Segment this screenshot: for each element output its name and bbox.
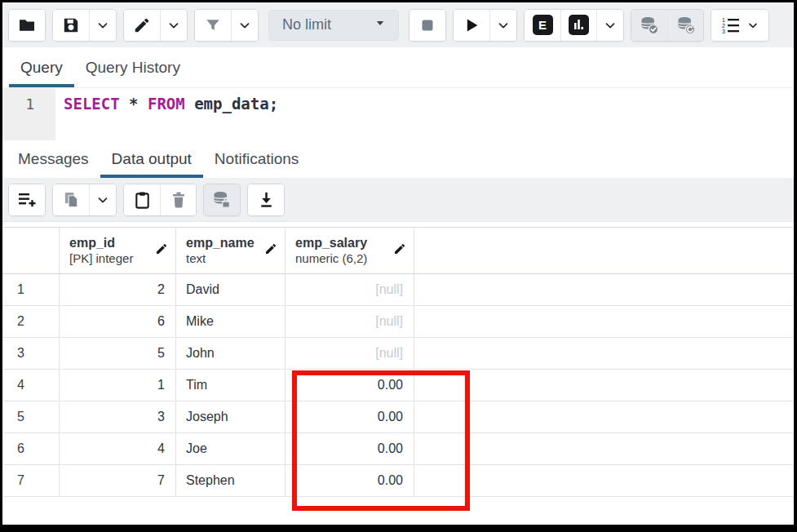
emp-salary-cell[interactable]: 0.00 (286, 370, 414, 401)
column-header-text: emp_name text (186, 235, 255, 267)
results-table-body: 12David[null]26Mike[null]35John[null]41T… (2, 274, 794, 497)
table-row: 26Mike[null] (2, 306, 794, 338)
tab-messages[interactable]: Messages (7, 140, 100, 178)
folder-icon (17, 16, 37, 35)
explain-button[interactable]: E (525, 10, 560, 41)
play-icon (462, 16, 481, 35)
tab-notifications[interactable]: Notifications (203, 140, 311, 178)
table-row: 53Joseph0.00 (2, 401, 794, 433)
emp-name-cell[interactable]: Tim (176, 370, 286, 401)
explain-menu-button[interactable] (596, 10, 623, 41)
emp-name-cell[interactable]: Stephen (176, 465, 286, 496)
ordered-list-icon: 1 2 3 (720, 16, 745, 35)
add-row-icon (17, 191, 37, 209)
svg-text:2: 2 (722, 23, 725, 29)
chevron-down-icon (496, 18, 511, 33)
column-name: emp_name (186, 235, 255, 251)
copy-menu-button[interactable] (89, 184, 116, 215)
save-group (52, 9, 117, 42)
filter-menu-button[interactable] (231, 10, 258, 41)
column-header-emp-salary[interactable]: emp_salary numeric (6,2) (286, 228, 414, 273)
emp-name-cell[interactable]: Joseph (176, 401, 286, 432)
sql-token: FROM (148, 95, 185, 113)
edit-button[interactable] (124, 10, 160, 41)
open-file-button[interactable] (9, 10, 45, 41)
emp-id-cell[interactable]: 6 (60, 306, 176, 337)
copy-group (52, 184, 117, 216)
column-header-emp-name[interactable]: emp_name text (176, 228, 286, 273)
copy-icon (62, 190, 81, 210)
commit-button[interactable] (631, 10, 667, 41)
execute-menu-button[interactable] (489, 10, 516, 41)
emp-salary-cell[interactable]: 0.00 (286, 465, 414, 496)
row-number-cell[interactable]: 6 (2, 433, 60, 464)
emp-id-cell[interactable]: 1 (60, 370, 176, 401)
column-header-text: emp_salary numeric (6,2) (295, 235, 367, 267)
emp-id-cell[interactable]: 7 (60, 465, 176, 496)
emp-name-cell[interactable]: Joe (176, 433, 286, 464)
row-number-cell[interactable]: 2 (2, 306, 60, 337)
chevron-down-icon (603, 18, 618, 33)
emp-name-cell[interactable]: David (176, 274, 286, 305)
sql-code-line[interactable]: SELECT * FROM emp_data; (55, 88, 794, 140)
tab-notifications-label: Notifications (215, 150, 299, 168)
table-row: 41Tim0.00 (2, 370, 794, 401)
row-number-cell[interactable]: 5 (2, 401, 60, 432)
tab-query[interactable]: Query (9, 47, 74, 87)
column-name: emp_salary (295, 235, 367, 251)
column-header-emp-id[interactable]: emp_id [PK] integer (60, 228, 176, 273)
execute-button[interactable] (454, 10, 489, 41)
stop-button[interactable] (410, 10, 445, 41)
macros-button[interactable]: 1 2 3 (711, 10, 768, 41)
filter-icon (204, 16, 222, 34)
row-number-cell[interactable]: 7 (2, 465, 60, 496)
add-row-group (8, 184, 46, 216)
tab-data-output[interactable]: Data output (100, 140, 203, 178)
column-type: text (186, 251, 255, 267)
row-number-cell[interactable]: 4 (2, 370, 60, 401)
tab-query-history[interactable]: Query History (74, 47, 192, 87)
emp-salary-cell[interactable]: [null] (286, 274, 414, 305)
edit-pencil-icon (155, 242, 168, 259)
table-row: 64Joe0.00 (2, 433, 794, 465)
column-header-text: emp_id [PK] integer (69, 235, 133, 267)
paste-button[interactable] (124, 184, 160, 215)
rollback-button[interactable] (667, 10, 703, 41)
delete-button[interactable] (160, 184, 196, 215)
select-all-corner-cell[interactable] (2, 228, 60, 273)
results-grid: emp_id [PK] integer emp_name text (2, 222, 794, 525)
macros-group: 1 2 3 (711, 9, 769, 42)
copy-button[interactable] (53, 184, 89, 215)
emp-salary-cell[interactable]: [null] (286, 306, 414, 337)
sql-editor[interactable]: 1 SELECT * FROM emp_data; (2, 88, 794, 140)
result-tabbar: Messages Data output Notifications (2, 140, 794, 178)
explain-analyze-button[interactable] (560, 10, 596, 41)
emp-name-cell[interactable]: Mike (176, 306, 286, 337)
emp-id-cell[interactable]: 3 (60, 401, 176, 432)
emp-salary-cell[interactable]: 0.00 (286, 401, 414, 432)
emp-id-cell[interactable]: 4 (60, 433, 176, 464)
caret-down-icon (372, 15, 388, 35)
save-data-changes-button[interactable] (204, 184, 240, 215)
svg-text:1: 1 (722, 17, 725, 23)
emp-salary-cell[interactable]: [null] (286, 338, 414, 369)
column-name: emp_id (69, 235, 133, 251)
row-number-cell[interactable]: 3 (2, 338, 60, 369)
pencil-icon (133, 16, 151, 34)
row-number-cell[interactable]: 1 (2, 274, 60, 305)
limit-dropdown[interactable]: No limit (268, 10, 399, 41)
column-type: [PK] integer (69, 251, 133, 267)
paste-delete-group (123, 184, 197, 216)
filter-button[interactable] (195, 10, 231, 41)
download-button[interactable] (248, 184, 284, 215)
save-button[interactable] (53, 10, 89, 41)
emp-id-cell[interactable]: 2 (60, 274, 176, 305)
emp-id-cell[interactable]: 5 (60, 338, 176, 369)
save-menu-button[interactable] (89, 10, 116, 41)
edit-menu-button[interactable] (160, 10, 187, 41)
add-row-button[interactable] (9, 184, 45, 215)
clipboard-icon (133, 190, 152, 210)
trash-icon (170, 190, 188, 209)
emp-name-cell[interactable]: John (176, 338, 286, 369)
emp-salary-cell[interactable]: 0.00 (286, 433, 414, 464)
